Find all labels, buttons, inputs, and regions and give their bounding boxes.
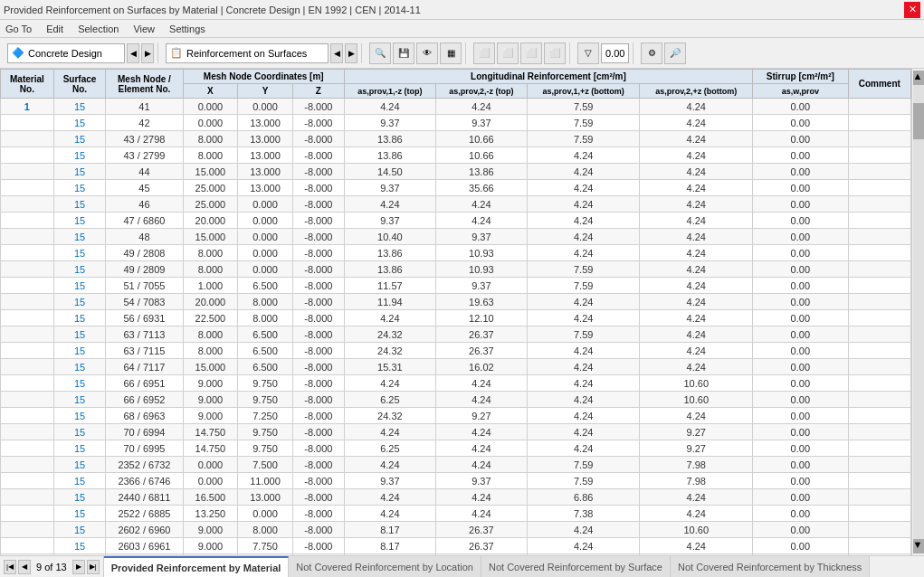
table-cell: 0.000 <box>183 457 238 473</box>
table-cell: 4.24 <box>640 506 753 522</box>
table-cell: 20.000 <box>183 213 238 229</box>
view-button[interactable]: 👁 <box>416 43 438 64</box>
settings-button[interactable]: ⚙ <box>641 43 662 64</box>
btn-a[interactable]: ⬜ <box>473 43 495 64</box>
btn-c[interactable]: ⬜ <box>520 43 542 64</box>
page-last[interactable]: ▶| <box>87 560 100 574</box>
table-cell: 7.59 <box>527 278 640 294</box>
table-cell: -8.000 <box>292 164 344 180</box>
table-cell: 4.24 <box>640 489 753 506</box>
menu-selection[interactable]: Selection <box>76 24 120 34</box>
scroll-up[interactable]: ▲ <box>913 71 924 85</box>
tab-not-covered-location[interactable]: Not Covered Reinforcement by Location <box>289 556 481 577</box>
scroll-track[interactable] <box>913 85 924 539</box>
table-cell <box>1 457 54 473</box>
bottom-tabs: |◀ ◀ 9 of 13 ▶ ▶| Provided Reinforcement… <box>0 555 924 577</box>
menu-view[interactable]: View <box>131 24 157 34</box>
table-cell: -8.000 <box>292 147 344 164</box>
menu-settings[interactable]: Settings <box>167 24 207 34</box>
scroll-thumb[interactable] <box>913 103 924 139</box>
table-cell: 66 / 6951 <box>106 375 183 392</box>
tab-not-covered-surface[interactable]: Not Covered Reinforcement by Surface <box>481 556 671 577</box>
table-cell <box>1 213 54 229</box>
table-cell <box>848 457 910 473</box>
table-cell: 9.27 <box>435 408 527 424</box>
table-row: 154815.0000.000-8.00010.409.374.244.240.… <box>1 229 911 245</box>
table-cell <box>848 196 910 213</box>
table-row: 15420.00013.000-8.0009.379.377.594.240.0… <box>1 115 911 131</box>
table-cell: 7.59 <box>527 473 640 489</box>
table-cell: 9.000 <box>183 375 238 392</box>
table-cell: 4.24 <box>640 180 753 196</box>
table-cell: 43 / 2799 <box>106 147 183 164</box>
btn-d[interactable]: ⬜ <box>544 43 566 64</box>
page-info: 9 of 13 <box>36 562 67 572</box>
table-cell: 4.24 <box>527 229 640 245</box>
table-cell: -8.000 <box>292 343 344 359</box>
table-cell: 13.86 <box>435 164 527 180</box>
table-cell <box>848 440 910 457</box>
page-prev[interactable]: ◀ <box>18 560 31 574</box>
table-row: 1568 / 69639.0007.250-8.00024.329.274.24… <box>1 408 911 424</box>
table-cell: 2603 / 6961 <box>106 538 183 554</box>
btn-b[interactable]: ⬜ <box>497 43 519 64</box>
dropdown2-prev[interactable]: ◀ <box>330 43 343 63</box>
table-row: 152522 / 688513.2500.000-8.0004.244.247.… <box>1 506 911 522</box>
design-dropdown[interactable]: 🔷 Concrete Design <box>7 43 125 63</box>
table-cell: 47 / 6860 <box>106 213 183 229</box>
table-row: 1547 / 686020.0000.000-8.0009.374.244.24… <box>1 213 911 229</box>
table-cell: -8.000 <box>292 310 344 326</box>
table-cell: 8.000 <box>238 522 293 538</box>
table-cell <box>848 213 910 229</box>
table-cell <box>848 131 910 147</box>
close-button[interactable]: ✕ <box>904 2 920 18</box>
table-cell <box>1 180 54 196</box>
scrollbar-right[interactable]: ▲ ▼ <box>911 69 924 555</box>
toolbar-section-3: 🔍 💾 👁 ▦ <box>366 43 466 64</box>
reinforcement-dropdown[interactable]: 📋 Reinforcement on Surfaces <box>166 43 329 63</box>
table-cell: 7.750 <box>238 538 293 554</box>
page-next[interactable]: ▶ <box>72 560 85 574</box>
table-cell: 0.000 <box>238 245 293 261</box>
scroll-down[interactable]: ▼ <box>913 539 924 553</box>
table-cell <box>1 196 54 213</box>
table-wrapper[interactable]: MaterialNo. SurfaceNo. Mesh Node /Elemen… <box>0 69 911 555</box>
table-cell: 9.37 <box>344 213 435 229</box>
save-button[interactable]: 💾 <box>393 43 414 64</box>
dropdown2-next[interactable]: ▶ <box>345 43 357 63</box>
table-cell: 0.00 <box>753 457 849 473</box>
menu-goto[interactable]: Go To <box>4 24 33 34</box>
header-long: Longitudinal Reinforcement [cm²/m] <box>344 70 752 84</box>
tab-not-covered-thickness[interactable]: Not Covered Reinforcement by Thickness <box>671 556 870 577</box>
tab-provided-by-material[interactable]: Provided Reinforcement by Material <box>104 556 290 577</box>
toolbar-section-2: 📋 Reinforcement on Surfaces ◀ ▶ <box>162 43 362 63</box>
reinforcement-dropdown-icon: 📋 <box>170 47 183 59</box>
menu-edit[interactable]: Edit <box>44 24 65 34</box>
table-cell: 13.000 <box>238 180 293 196</box>
table-row: 1564 / 711715.0006.500-8.00015.3116.024.… <box>1 359 911 375</box>
dropdown1-prev[interactable]: ◀ <box>127 43 139 63</box>
table-cell: 63 / 7113 <box>106 326 183 343</box>
dropdown1-next[interactable]: ▶ <box>141 43 154 63</box>
table-cell: 15 <box>53 554 105 556</box>
search-button[interactable]: 🔍 <box>369 43 391 64</box>
table-cell: 0.000 <box>238 196 293 213</box>
table-cell: 12.10 <box>435 310 527 326</box>
table-cell: 16.500 <box>183 489 238 506</box>
table-cell: 51 / 7055 <box>106 278 183 294</box>
header-coords: Mesh Node Coordinates [m] <box>183 70 344 84</box>
help-button[interactable]: 🔎 <box>664 43 686 64</box>
table-cell: 66 / 6952 <box>106 392 183 408</box>
table-button[interactable]: ▦ <box>440 43 462 64</box>
table-cell: 4.24 <box>435 506 527 522</box>
table-cell: 4.24 <box>527 180 640 196</box>
table-cell: 15.31 <box>344 359 435 375</box>
table-cell: 4.24 <box>640 278 753 294</box>
page-first[interactable]: |◀ <box>4 560 16 574</box>
table-cell: 9.37 <box>435 115 527 131</box>
table-cell: -8.000 <box>292 180 344 196</box>
table-cell <box>848 375 910 392</box>
filter-button[interactable]: ▽ <box>577 43 599 64</box>
table-cell: 9.750 <box>238 375 293 392</box>
table-cell <box>848 261 910 278</box>
